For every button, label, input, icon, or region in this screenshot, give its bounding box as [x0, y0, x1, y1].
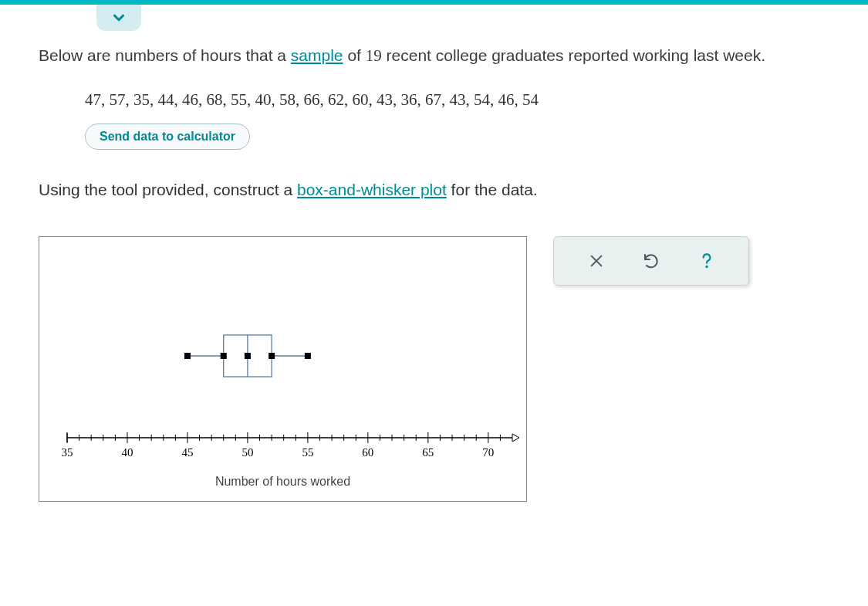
- svg-text:65: 65: [422, 446, 434, 459]
- svg-text:70: 70: [482, 446, 494, 459]
- x-axis-label: Number of hours worked: [39, 475, 526, 489]
- send-data-button[interactable]: Send data to calculator: [85, 124, 250, 150]
- instruction-text: Using the tool provided, construct a box…: [39, 181, 837, 199]
- svg-text:55: 55: [302, 446, 313, 459]
- boxplot-canvas[interactable]: 3540455055606570 Number of hours worked: [39, 236, 527, 502]
- svg-text:45: 45: [181, 446, 193, 459]
- boxplot-link[interactable]: box-and-whisker plot: [297, 181, 447, 198]
- svg-text:35: 35: [62, 446, 73, 459]
- intro-text: Below are numbers of hours that a sample…: [39, 46, 837, 66]
- svg-text:60: 60: [362, 446, 373, 459]
- svg-text:50: 50: [241, 446, 253, 459]
- svg-rect-52: [184, 353, 191, 359]
- sample-link[interactable]: sample: [291, 46, 343, 64]
- data-values: 47, 57, 35, 44, 46, 68, 55, 40, 58, 66, …: [85, 90, 837, 110]
- svg-point-59: [706, 266, 707, 267]
- undo-button[interactable]: [638, 248, 664, 274]
- svg-marker-2: [512, 434, 519, 442]
- undo-icon: [642, 252, 660, 270]
- collapse-tab[interactable]: [96, 5, 141, 31]
- svg-rect-53: [221, 353, 227, 359]
- chevron-down-icon: [110, 9, 127, 26]
- svg-rect-55: [269, 353, 275, 359]
- svg-text:40: 40: [121, 446, 133, 459]
- help-icon: [697, 251, 717, 271]
- tool-panel: [553, 236, 749, 286]
- svg-rect-54: [245, 353, 251, 359]
- clear-button[interactable]: [583, 248, 610, 274]
- help-button[interactable]: [694, 248, 720, 274]
- boxplot-svg: 3540455055606570: [39, 237, 528, 503]
- close-icon: [588, 252, 605, 269]
- svg-rect-56: [305, 353, 311, 359]
